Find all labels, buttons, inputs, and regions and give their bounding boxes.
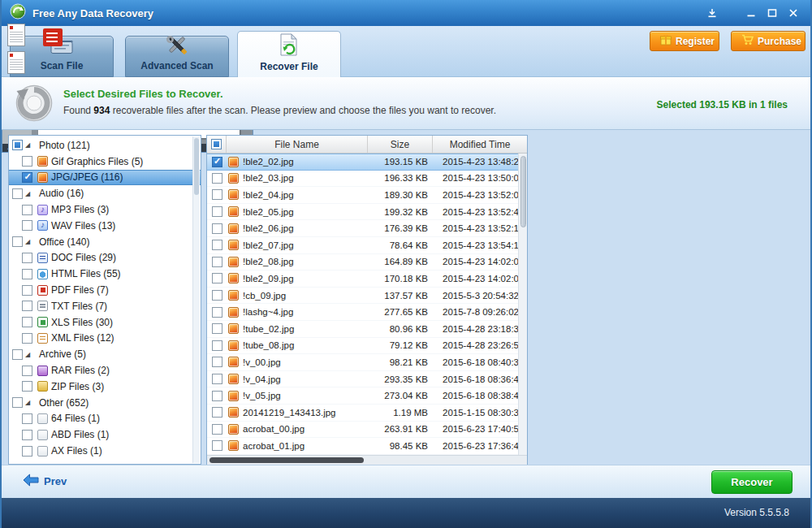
table-row[interactable]: !ble2_05.jpg199.32 KB2015-4-23 13:52:42 xyxy=(207,204,527,221)
tree-checkbox[interactable] xyxy=(12,397,23,408)
row-checkbox[interactable] xyxy=(212,240,222,250)
row-checkbox[interactable] xyxy=(212,189,222,200)
row-checkbox[interactable] xyxy=(212,440,222,451)
expand-arrow-icon[interactable]: ◢ xyxy=(25,399,32,406)
row-checkbox[interactable] xyxy=(212,273,222,283)
table-row[interactable]: !ble2_07.jpg78.64 KB2015-4-23 13:54:12 xyxy=(207,237,527,254)
table-row[interactable]: !tube_08.jpg79.12 KB2015-4-28 23:26:50 xyxy=(207,338,527,355)
row-checkbox[interactable] xyxy=(212,357,222,367)
sidebar-item[interactable]: JPG/JPEG (116) xyxy=(9,170,201,186)
horizontal-scrollbar-thumb[interactable] xyxy=(209,457,364,463)
table-row[interactable]: acrobat_00.jpg263.91 KB2015-6-23 17:40:5… xyxy=(207,422,527,439)
tree-checkbox[interactable] xyxy=(22,366,32,376)
tree-checkbox[interactable] xyxy=(22,446,32,457)
page-thumbnail[interactable] xyxy=(7,51,25,74)
download-button[interactable] xyxy=(702,5,723,21)
tree-checkbox[interactable] xyxy=(22,317,32,327)
tree-checkbox[interactable] xyxy=(22,269,32,279)
tab-advanced-scan[interactable]: Advanced Scan xyxy=(125,36,229,77)
tree-checkbox[interactable] xyxy=(12,349,23,360)
register-button[interactable]: Register xyxy=(650,31,719,51)
tree-checkbox[interactable] xyxy=(22,220,32,231)
sidebar-item[interactable]: DOC Files (29) xyxy=(9,250,201,266)
table-vertical-scrollbar[interactable] xyxy=(518,154,527,455)
expand-arrow-icon[interactable]: ◢ xyxy=(25,238,32,245)
sidebar-item[interactable]: MP3 Files (3) xyxy=(9,201,201,218)
select-all-checkbox[interactable] xyxy=(211,139,222,149)
table-row[interactable]: !ble2_06.jpg176.39 KB2015-4-23 13:52:18 xyxy=(207,220,527,237)
tree-checkbox[interactable] xyxy=(12,188,23,199)
row-checkbox[interactable] xyxy=(212,391,222,401)
row-checkbox[interactable] xyxy=(212,257,222,267)
sidebar-item[interactable]: ◢Other (652) xyxy=(9,395,201,411)
table-row[interactable]: !v_04.jpg293.35 KB2015-6-18 08:36:42 xyxy=(207,371,527,388)
table-row[interactable]: !ble2_03.jpg196.33 KB2015-4-23 13:50:08 xyxy=(207,171,527,188)
column-modified-time[interactable]: Modified Time xyxy=(433,136,527,153)
expand-arrow-icon[interactable]: ◢ xyxy=(25,351,32,358)
sidebar-item[interactable]: PDF Files (7) xyxy=(9,282,201,298)
tree-checkbox[interactable] xyxy=(22,430,32,440)
vertical-scrollbar-thumb[interactable] xyxy=(520,156,526,227)
table-row[interactable]: !v_05.jpg273.04 KB2015-6-18 08:38:44 xyxy=(207,387,527,405)
sidebar-item[interactable]: AX Files (1) xyxy=(9,443,201,459)
table-row[interactable]: !tube_02.jpg80.96 KB2015-4-28 23:18:38 xyxy=(207,321,527,338)
row-checkbox[interactable] xyxy=(212,323,222,334)
table-row[interactable]: !cb_09.jpg137.57 KB2015-5-3 20:54:32 xyxy=(207,288,527,305)
table-row[interactable]: !lashg~4.jpg277.65 KB2015-7-8 09:26:02 xyxy=(207,304,527,321)
sidebar-item[interactable]: Gif Graphics Files (5) xyxy=(9,154,201,170)
tree-checkbox[interactable] xyxy=(22,156,32,167)
sidebar-item[interactable]: ◢Archive (5) xyxy=(9,346,201,362)
tree-checkbox[interactable] xyxy=(22,253,32,263)
column-file-name[interactable]: File Name xyxy=(227,136,368,153)
column-size[interactable]: Size xyxy=(368,136,433,153)
sidebar-item[interactable]: ABD Files (1) xyxy=(9,426,201,443)
tree-checkbox[interactable] xyxy=(12,236,23,247)
tree-checkbox[interactable] xyxy=(22,381,32,392)
tree-checkbox[interactable] xyxy=(12,140,23,150)
sidebar-scrollbar[interactable] xyxy=(192,136,200,463)
close-button[interactable] xyxy=(783,5,804,21)
maximize-button[interactable] xyxy=(762,5,783,21)
sidebar-item[interactable]: ◢Photo (121) xyxy=(9,137,201,154)
row-checkbox[interactable] xyxy=(212,206,222,217)
sidebar-item[interactable]: WAV Files (13) xyxy=(9,218,201,234)
expand-arrow-icon[interactable]: ◢ xyxy=(25,190,32,197)
tree-checkbox[interactable] xyxy=(22,205,32,215)
table-row[interactable]: 20141219_143413.jpg1.19 MB2015-1-15 08:3… xyxy=(207,405,527,422)
sidebar-item[interactable]: ◢Audio (16) xyxy=(9,185,201,201)
tree-checkbox[interactable] xyxy=(22,301,32,311)
minimize-button[interactable] xyxy=(741,5,762,21)
row-checkbox[interactable] xyxy=(212,307,222,318)
sidebar-item[interactable]: ZIP Files (3) xyxy=(9,379,201,395)
tree-checkbox[interactable] xyxy=(22,413,32,424)
sidebar-item[interactable]: XLS Files (30) xyxy=(9,314,201,331)
table-horizontal-scrollbar[interactable] xyxy=(207,455,527,465)
table-row[interactable]: !v_00.jpg98.21 KB2015-6-18 08:40:38 xyxy=(207,354,527,371)
prev-button[interactable]: Prev xyxy=(23,474,67,489)
table-row[interactable]: acrobat_01.jpg98.45 KB2015-6-23 17:36:48 xyxy=(207,438,527,455)
tree-checkbox[interactable] xyxy=(22,333,32,344)
row-checkbox[interactable] xyxy=(212,374,222,384)
sidebar-item[interactable]: HTML Files (55) xyxy=(9,266,201,282)
row-checkbox[interactable] xyxy=(212,157,222,167)
row-checkbox[interactable] xyxy=(212,407,222,418)
expand-arrow-icon[interactable]: ◢ xyxy=(25,141,32,149)
row-checkbox[interactable] xyxy=(212,340,222,351)
table-row[interactable]: !ble2_08.jpg164.89 KB2015-4-23 14:02:08 xyxy=(207,254,527,271)
sidebar-item[interactable]: 64 Files (1) xyxy=(9,411,201,427)
purchase-button[interactable]: Purchase xyxy=(731,31,806,51)
sidebar-item[interactable]: TXT Files (7) xyxy=(9,298,201,314)
recover-button[interactable]: Recover xyxy=(711,470,793,494)
row-checkbox[interactable] xyxy=(212,424,222,435)
page-thumbnail[interactable] xyxy=(7,24,25,46)
row-checkbox[interactable] xyxy=(212,173,222,184)
sidebar-item[interactable]: ◢Office (140) xyxy=(9,234,201,250)
table-row[interactable]: !ble2_04.jpg189.30 KB2015-4-23 13:52:06 xyxy=(207,187,527,204)
tab-recover-file[interactable]: Recover File xyxy=(237,31,341,77)
tree-checkbox[interactable] xyxy=(22,172,32,183)
sidebar-item[interactable]: XML Files (12) xyxy=(9,331,201,347)
table-row[interactable]: !ble2_09.jpg170.18 KB2015-4-23 14:02:08 xyxy=(207,270,527,288)
row-checkbox[interactable] xyxy=(212,223,222,234)
sidebar-item[interactable]: RAR Files (2) xyxy=(9,362,201,379)
sidebar-scrollbar-thumb[interactable] xyxy=(194,138,199,195)
